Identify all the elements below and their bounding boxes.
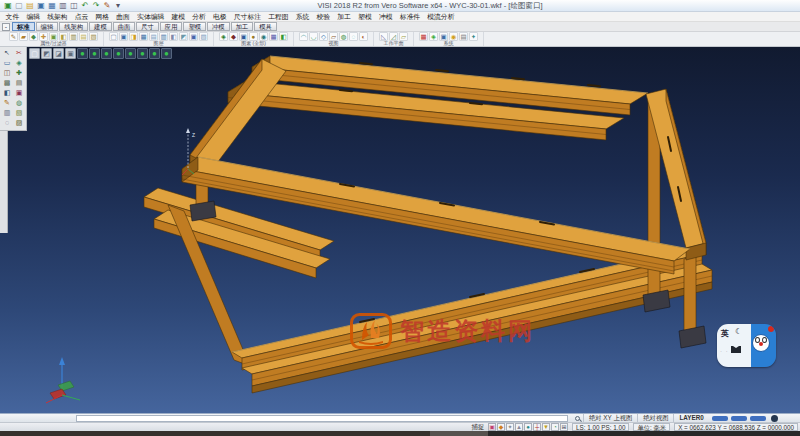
ribbon-tool-icon[interactable]: ◌: [349, 32, 358, 41]
ribbon-tab[interactable]: 塑模: [183, 22, 206, 31]
ribbon-tool-icon[interactable]: ▦: [419, 32, 428, 41]
menu-item[interactable]: 尺寸标注: [230, 12, 264, 22]
menu-item[interactable]: 工程图: [265, 12, 293, 22]
ribbon-tab[interactable]: 建模: [89, 22, 112, 31]
ribbon-tab[interactable]: 线架构: [59, 22, 88, 31]
ribbon-tool-icon[interactable]: ◐: [359, 32, 368, 41]
brush-icon[interactable]: ✎: [102, 0, 112, 11]
app-logo-icon[interactable]: ▣: [3, 0, 13, 11]
view-icon[interactable]: ◪: [53, 48, 64, 59]
view-icon[interactable]: ●: [77, 48, 88, 59]
snap-toggle-icon[interactable]: ▣: [488, 423, 496, 431]
search-icon[interactable]: [575, 416, 580, 421]
ribbon-tool-icon[interactable]: ◩: [179, 32, 188, 41]
ribbon-tool-icon[interactable]: ◈: [219, 32, 228, 41]
snap-toggle-icon[interactable]: ▼: [542, 423, 550, 431]
ribbon-tool-icon[interactable]: ▢: [109, 32, 118, 41]
menu-item[interactable]: 加工: [334, 12, 355, 22]
tool-icon[interactable]: ▭: [1, 58, 13, 68]
ribbon-tab[interactable]: 应用: [160, 22, 183, 31]
menu-item[interactable]: 塑模: [355, 12, 376, 22]
menu-item[interactable]: 校验: [313, 12, 334, 22]
snap-toggle-icon[interactable]: ◆: [497, 423, 505, 431]
preview-icon[interactable]: ◫: [69, 0, 79, 11]
tool-icon[interactable]: ▥: [1, 108, 13, 118]
ribbon-tool-icon[interactable]: ▤: [459, 32, 468, 41]
ribbon-tool-icon[interactable]: ▤: [79, 32, 88, 41]
ribbon-tool-icon[interactable]: ▣: [189, 32, 198, 41]
ribbon-tab[interactable]: 编辑: [36, 22, 59, 31]
snap-toggle-icon[interactable]: ✦: [506, 423, 514, 431]
menu-item[interactable]: 冲模: [375, 12, 396, 22]
menu-item[interactable]: 曲面: [113, 12, 134, 22]
globe-icon[interactable]: [771, 415, 778, 422]
ribbon-tool-icon[interactable]: ◡: [309, 32, 318, 41]
view-icon[interactable]: ▢: [29, 48, 40, 59]
view-icon[interactable]: ●: [149, 48, 160, 59]
tool-icon[interactable]: ◫: [1, 68, 13, 78]
ribbon-tool-icon[interactable]: ▦: [269, 32, 278, 41]
menu-item[interactable]: 实体编辑: [133, 12, 167, 22]
view-icon[interactable]: ●: [101, 48, 112, 59]
tool-icon[interactable]: ◍: [13, 98, 25, 108]
tool-icon[interactable]: ▧: [13, 108, 25, 118]
save-all-icon[interactable]: ▦: [47, 0, 57, 11]
ribbon-tool-icon[interactable]: ◠: [299, 32, 308, 41]
new-file-icon[interactable]: ▢: [14, 0, 24, 11]
ribbon-tool-icon[interactable]: ◈: [429, 32, 438, 41]
menu-item[interactable]: 网格: [92, 12, 113, 22]
ribbon-tool-icon[interactable]: ▦: [139, 32, 148, 41]
view-icon[interactable]: ●: [137, 48, 148, 59]
ribbon-tab[interactable]: 冲模: [207, 22, 230, 31]
ime-status-badge[interactable]: 英 ☾ · ·: [717, 324, 776, 367]
tool-icon[interactable]: ✎: [1, 98, 13, 108]
ribbon-tool-icon[interactable]: ◧: [279, 32, 288, 41]
view-mode-indicator[interactable]: 绝对 XY 上视图: [583, 414, 637, 422]
tool-icon[interactable]: ◈: [13, 58, 25, 68]
tool-icon[interactable]: ↖: [1, 48, 13, 58]
snap-toggle-icon[interactable]: ◔: [551, 423, 559, 431]
menu-item[interactable]: 建模: [168, 12, 189, 22]
tool-icon[interactable]: ▤: [13, 78, 25, 88]
view-icon[interactable]: ●: [125, 48, 136, 59]
qa-dropdown-icon[interactable]: ▾: [113, 0, 123, 11]
menu-item[interactable]: 系统: [292, 12, 313, 22]
view-icon[interactable]: ●: [161, 48, 172, 59]
ribbon-tool-icon[interactable]: ✎: [9, 32, 18, 41]
tool-icon[interactable]: ▩: [1, 78, 13, 88]
tool-icon[interactable]: ▨: [13, 118, 25, 128]
ribbon-tool-icon[interactable]: ◇: [319, 32, 328, 41]
ribbon-tool-icon[interactable]: ▥: [69, 32, 78, 41]
ribbon-tab[interactable]: 尺寸: [136, 22, 159, 31]
print-icon[interactable]: ▥: [58, 0, 68, 11]
tool-icon[interactable]: ◧: [1, 88, 13, 98]
command-input[interactable]: [76, 415, 568, 422]
menu-item[interactable]: 编辑: [23, 12, 44, 22]
menu-item[interactable]: 线架构: [44, 12, 72, 22]
menu-item[interactable]: 点云: [71, 12, 92, 22]
ribbon-tool-icon[interactable]: ◆: [229, 32, 238, 41]
tool-icon[interactable]: ✂: [13, 48, 25, 58]
tool-icon[interactable]: ✚: [13, 68, 25, 78]
snap-toggle-icon[interactable]: ┼: [533, 423, 541, 431]
ribbon-tool-icon[interactable]: ◆: [29, 32, 38, 41]
view-icon[interactable]: ●: [89, 48, 100, 59]
snap-toggle-icon[interactable]: ●: [524, 423, 532, 431]
redo-icon[interactable]: ↷: [91, 0, 101, 11]
ribbon-tool-icon[interactable]: ▧: [89, 32, 98, 41]
snap-toggle-icon[interactable]: ▲: [515, 423, 523, 431]
ribbon-tool-icon[interactable]: ◨: [129, 32, 138, 41]
menu-item[interactable]: 分析: [189, 12, 210, 22]
snap-toggle-icon[interactable]: ⊞: [560, 423, 568, 431]
ribbon-tool-icon[interactable]: ▨: [199, 32, 208, 41]
tool-icon[interactable]: ◌: [1, 118, 13, 128]
save-icon[interactable]: ▣: [36, 0, 46, 11]
ribbon-tab[interactable]: 模具: [254, 22, 277, 31]
active-layer-indicator[interactable]: LAYER0: [673, 414, 708, 422]
ribbon-tab[interactable]: 标准: [12, 22, 35, 31]
tool-icon[interactable]: ▣: [13, 88, 25, 98]
viewport[interactable]: Z ↖✂▭◈◫✚▩▤◧▣✎◍▥▧◌▨ ▢◩◪▣●●●●●●●●: [0, 47, 800, 413]
open-file-icon[interactable]: ▤: [25, 0, 35, 11]
ribbon-tool-icon[interactable]: ◧: [169, 32, 178, 41]
menu-item[interactable]: 文件: [2, 12, 23, 22]
